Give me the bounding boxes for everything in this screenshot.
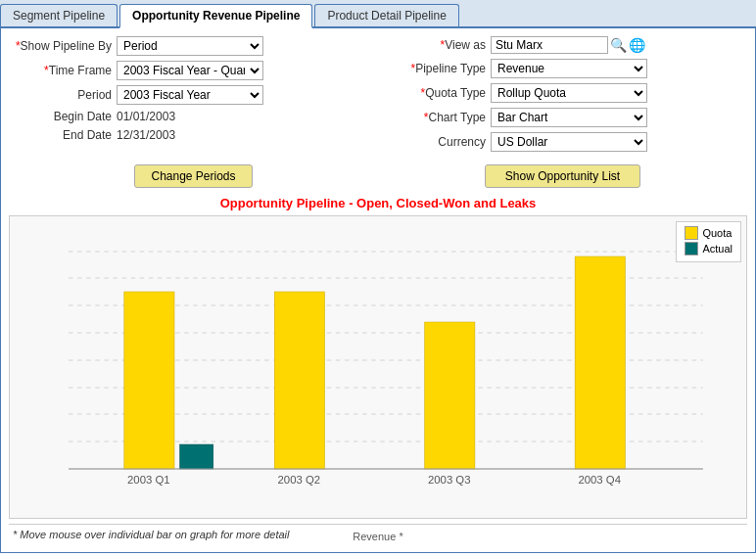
show-pipeline-label: *Show Pipeline By xyxy=(9,39,117,53)
quota-type-label: *Quota Type xyxy=(383,86,491,100)
form-left: *Show Pipeline By Period *Time Frame 200… xyxy=(9,36,373,157)
chart-svg: 0 500,000 1,000,000 1,500,000 2,000,000 … xyxy=(69,224,736,488)
button-right: Show Opportunity List xyxy=(378,164,747,188)
view-as-container: 🔍 🌐 xyxy=(491,36,645,54)
period-row: Period 2003 Fiscal Year xyxy=(9,85,373,105)
pipeline-type-row: *Pipeline Type Revenue xyxy=(383,59,747,78)
form-right: *View as 🔍 🌐 *Pipeline Type Revenue *Quo… xyxy=(383,36,747,157)
show-pipeline-select[interactable]: Period xyxy=(117,36,263,56)
pipeline-type-label: *Pipeline Type xyxy=(383,62,491,75)
tab-product[interactable]: Product Detail Pipeline xyxy=(314,4,458,26)
chart-legend: Quota Actual xyxy=(676,221,741,262)
q4-quota-bar xyxy=(575,256,625,469)
chart-type-select[interactable]: Bar Chart xyxy=(491,108,647,127)
legend-actual-label: Actual xyxy=(702,243,732,255)
q1-quota-bar xyxy=(124,292,174,469)
chart-title: Opportunity Pipeline - Open, Closed-Won … xyxy=(9,196,747,210)
show-opportunity-button[interactable]: Show Opportunity List xyxy=(485,164,640,188)
legend-quota-label: Quota xyxy=(702,227,732,239)
time-frame-select[interactable]: 2003 Fiscal Year - Quart xyxy=(117,61,263,80)
x-axis-label: Revenue * xyxy=(353,531,402,542)
chart-type-row: *Chart Type Bar Chart xyxy=(383,108,747,127)
q2-quota-bar xyxy=(274,292,324,469)
svg-text:2003 Q2: 2003 Q2 xyxy=(278,475,321,486)
q3-quota-bar xyxy=(425,322,475,469)
end-date-row: End Date 12/31/2003 xyxy=(9,128,373,142)
view-as-label: *View as xyxy=(383,38,491,52)
time-frame-label: *Time Frame xyxy=(9,64,117,77)
time-frame-row: *Time Frame 2003 Fiscal Year - Quart xyxy=(9,61,373,80)
svg-text:2003 Q4: 2003 Q4 xyxy=(578,475,621,486)
quota-type-row: *Quota Type Rollup Quota xyxy=(383,83,747,103)
button-left: Change Periods xyxy=(9,164,378,188)
svg-text:2003 Q1: 2003 Q1 xyxy=(127,475,170,486)
tab-bar: Segment Pipeline Opportunity Revenue Pip… xyxy=(0,0,756,28)
chart-type-label: *Chart Type xyxy=(383,111,491,124)
show-pipeline-row: *Show Pipeline By Period xyxy=(9,36,373,56)
quota-type-select[interactable]: Rollup Quota xyxy=(491,83,647,103)
button-row: Change Periods Show Opportunity List xyxy=(9,164,747,188)
end-date-label: End Date xyxy=(9,128,117,142)
view-as-row: *View as 🔍 🌐 xyxy=(383,36,747,54)
begin-date-row: Begin Date 01/01/2003 xyxy=(9,110,373,123)
tab-opportunity[interactable]: Opportunity Revenue Pipeline xyxy=(119,4,312,28)
pipeline-type-select[interactable]: Revenue xyxy=(491,59,647,78)
legend-quota: Quota xyxy=(685,226,732,240)
currency-label: Currency xyxy=(383,135,491,149)
view-as-input[interactable] xyxy=(491,36,608,54)
period-select[interactable]: 2003 Fiscal Year xyxy=(117,85,263,105)
globe-icon: 🌐 xyxy=(629,37,645,53)
svg-text:2003 Q3: 2003 Q3 xyxy=(428,475,471,486)
q1-actual-bar xyxy=(180,444,213,469)
begin-date-label: Begin Date xyxy=(9,110,117,123)
form-section: *Show Pipeline By Period *Time Frame 200… xyxy=(9,36,747,157)
search-icon[interactable]: 🔍 xyxy=(610,37,627,53)
end-date-value: 12/31/2003 xyxy=(117,128,175,142)
chart-container: Revenue * Revenue * Quota Actual xyxy=(9,215,747,519)
legend-actual: Actual xyxy=(685,242,732,255)
currency-select[interactable]: US Dollar xyxy=(491,132,647,152)
main-content: *Show Pipeline By Period *Time Frame 200… xyxy=(0,28,756,553)
tab-segment[interactable]: Segment Pipeline xyxy=(0,4,118,26)
currency-row: Currency US Dollar xyxy=(383,132,747,152)
period-label: Period xyxy=(9,88,117,102)
change-periods-button[interactable]: Change Periods xyxy=(134,164,252,188)
legend-quota-color xyxy=(685,226,698,240)
begin-date-value: 01/01/2003 xyxy=(117,110,175,123)
legend-actual-color xyxy=(685,242,698,255)
